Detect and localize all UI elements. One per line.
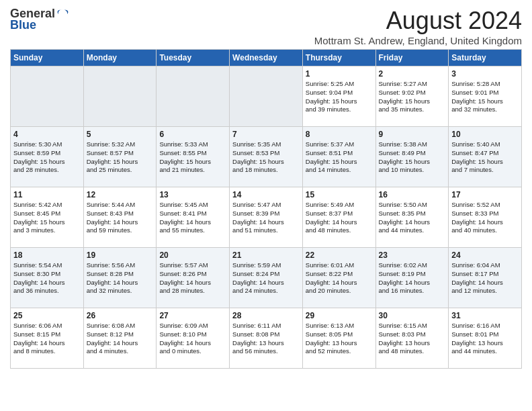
- cell-content: Sunrise: 5:28 AM Sunset: 9:01 PM Dayligh…: [451, 80, 519, 114]
- day-number: 29: [306, 311, 373, 320]
- cell-content: Sunrise: 5:33 AM Sunset: 8:55 PM Dayligh…: [159, 140, 226, 175]
- header-monday: Monday: [83, 50, 157, 66]
- cell-content: Sunrise: 6:04 AM Sunset: 8:17 PM Dayligh…: [451, 261, 519, 295]
- cell-content: Sunrise: 6:15 AM Sunset: 8:03 PM Dayligh…: [379, 322, 446, 356]
- cell-content: Sunrise: 6:08 AM Sunset: 8:12 PM Dayligh…: [87, 322, 154, 356]
- cell-content: Sunrise: 5:30 AM Sunset: 8:59 PM Dayligh…: [13, 140, 81, 175]
- header-row: SundayMondayTuesdayWednesdayThursdayFrid…: [11, 50, 522, 66]
- day-number: 9: [379, 130, 446, 139]
- calendar-cell: 9Sunrise: 5:38 AM Sunset: 8:49 PM Daylig…: [375, 127, 449, 187]
- calendar-cell: 20Sunrise: 5:57 AM Sunset: 8:26 PM Dayli…: [157, 248, 230, 308]
- calendar-cell: [230, 66, 303, 127]
- calendar-cell: 21Sunrise: 5:59 AM Sunset: 8:24 PM Dayli…: [230, 248, 303, 308]
- day-number: 24: [451, 250, 519, 260]
- cell-content: Sunrise: 5:54 AM Sunset: 8:30 PM Dayligh…: [13, 261, 81, 295]
- cell-content: Sunrise: 5:56 AM Sunset: 8:28 PM Dayligh…: [87, 261, 154, 295]
- calendar-table: SundayMondayTuesdayWednesdayThursdayFrid…: [10, 49, 522, 369]
- day-number: 6: [159, 130, 226, 139]
- calendar-cell: [157, 66, 230, 127]
- day-number: 14: [232, 190, 300, 199]
- calendar-cell: 23Sunrise: 6:02 AM Sunset: 8:19 PM Dayli…: [375, 248, 449, 308]
- day-number: 5: [87, 130, 154, 139]
- calendar-cell: 3Sunrise: 5:28 AM Sunset: 9:01 PM Daylig…: [449, 66, 522, 127]
- logo-blue-text: Blue: [10, 18, 36, 32]
- calendar-cell: 10Sunrise: 5:40 AM Sunset: 8:47 PM Dayli…: [449, 127, 522, 187]
- calendar-cell: 17Sunrise: 5:52 AM Sunset: 8:33 PM Dayli…: [449, 187, 522, 248]
- day-number: 23: [379, 250, 446, 260]
- calendar-cell: 15Sunrise: 5:49 AM Sunset: 8:37 PM Dayli…: [302, 187, 375, 248]
- day-number: 15: [306, 190, 373, 199]
- calendar-cell: [83, 66, 157, 127]
- calendar-cell: 16Sunrise: 5:50 AM Sunset: 8:35 PM Dayli…: [375, 187, 449, 248]
- cell-content: Sunrise: 6:09 AM Sunset: 8:10 PM Dayligh…: [159, 322, 226, 356]
- day-number: 18: [13, 250, 81, 260]
- day-number: 7: [232, 130, 300, 139]
- calendar-cell: 31Sunrise: 6:16 AM Sunset: 8:01 PM Dayli…: [449, 308, 522, 369]
- header-tuesday: Tuesday: [157, 50, 230, 66]
- calendar-cell: 4Sunrise: 5:30 AM Sunset: 8:59 PM Daylig…: [11, 127, 84, 187]
- week-row-3: 11Sunrise: 5:42 AM Sunset: 8:45 PM Dayli…: [11, 187, 522, 248]
- cell-content: Sunrise: 5:57 AM Sunset: 8:26 PM Dayligh…: [159, 261, 226, 295]
- day-number: 10: [451, 130, 519, 139]
- cell-content: Sunrise: 5:38 AM Sunset: 8:49 PM Dayligh…: [379, 140, 446, 175]
- calendar-cell: [11, 66, 84, 127]
- calendar-cell: 13Sunrise: 5:45 AM Sunset: 8:41 PM Dayli…: [157, 187, 230, 248]
- header-sunday: Sunday: [11, 50, 84, 66]
- calendar-cell: 7Sunrise: 5:35 AM Sunset: 8:53 PM Daylig…: [230, 127, 303, 187]
- week-row-4: 18Sunrise: 5:54 AM Sunset: 8:30 PM Dayli…: [11, 248, 522, 308]
- day-number: 13: [159, 190, 226, 199]
- day-number: 3: [451, 69, 519, 79]
- cell-content: Sunrise: 5:44 AM Sunset: 8:43 PM Dayligh…: [87, 201, 154, 235]
- title-area: August 2024 Mottram St. Andrew, England,…: [314, 7, 522, 46]
- cell-content: Sunrise: 5:49 AM Sunset: 8:37 PM Dayligh…: [306, 201, 373, 235]
- cell-content: Sunrise: 6:06 AM Sunset: 8:15 PM Dayligh…: [13, 322, 81, 356]
- cell-content: Sunrise: 5:32 AM Sunset: 8:57 PM Dayligh…: [87, 140, 154, 175]
- calendar-cell: 19Sunrise: 5:56 AM Sunset: 8:28 PM Dayli…: [83, 248, 157, 308]
- cell-content: Sunrise: 6:02 AM Sunset: 8:19 PM Dayligh…: [379, 261, 446, 295]
- day-number: 30: [379, 311, 446, 320]
- day-number: 17: [451, 190, 519, 199]
- day-number: 27: [159, 311, 226, 320]
- header-wednesday: Wednesday: [230, 50, 303, 66]
- cell-content: Sunrise: 5:35 AM Sunset: 8:53 PM Dayligh…: [232, 140, 300, 175]
- calendar-cell: 28Sunrise: 6:11 AM Sunset: 8:08 PM Dayli…: [230, 308, 303, 369]
- calendar-cell: 25Sunrise: 6:06 AM Sunset: 8:15 PM Dayli…: [11, 308, 84, 369]
- cell-content: Sunrise: 6:16 AM Sunset: 8:01 PM Dayligh…: [451, 322, 519, 356]
- calendar-cell: 1Sunrise: 5:25 AM Sunset: 9:04 PM Daylig…: [302, 66, 375, 127]
- logo-bird-icon: [56, 8, 69, 20]
- cell-content: Sunrise: 5:25 AM Sunset: 9:04 PM Dayligh…: [306, 80, 373, 114]
- day-number: 19: [87, 250, 154, 260]
- calendar-cell: 18Sunrise: 5:54 AM Sunset: 8:30 PM Dayli…: [11, 248, 84, 308]
- calendar-cell: 14Sunrise: 5:47 AM Sunset: 8:39 PM Dayli…: [230, 187, 303, 248]
- week-row-2: 4Sunrise: 5:30 AM Sunset: 8:59 PM Daylig…: [11, 127, 522, 187]
- header-saturday: Saturday: [449, 50, 522, 66]
- day-number: 1: [306, 69, 373, 79]
- header-thursday: Thursday: [302, 50, 375, 66]
- day-number: 11: [13, 190, 81, 199]
- day-number: 26: [87, 311, 154, 320]
- cell-content: Sunrise: 5:37 AM Sunset: 8:51 PM Dayligh…: [306, 140, 373, 175]
- cell-content: Sunrise: 5:27 AM Sunset: 9:02 PM Dayligh…: [379, 80, 446, 114]
- day-number: 28: [232, 311, 300, 320]
- calendar-cell: 30Sunrise: 6:15 AM Sunset: 8:03 PM Dayli…: [375, 308, 449, 369]
- day-number: 31: [451, 311, 519, 320]
- header-friday: Friday: [375, 50, 449, 66]
- calendar-cell: 27Sunrise: 6:09 AM Sunset: 8:10 PM Dayli…: [157, 308, 230, 369]
- calendar-cell: 8Sunrise: 5:37 AM Sunset: 8:51 PM Daylig…: [302, 127, 375, 187]
- day-number: 8: [306, 130, 373, 139]
- cell-content: Sunrise: 6:11 AM Sunset: 8:08 PM Dayligh…: [232, 322, 300, 356]
- day-number: 22: [306, 250, 373, 260]
- calendar-cell: 22Sunrise: 6:01 AM Sunset: 8:22 PM Dayli…: [302, 248, 375, 308]
- day-number: 2: [379, 69, 446, 79]
- page-header: General Blue August 2024 Mottram St. And…: [10, 7, 522, 46]
- day-number: 21: [232, 250, 300, 260]
- calendar-cell: 24Sunrise: 6:04 AM Sunset: 8:17 PM Dayli…: [449, 248, 522, 308]
- calendar-cell: 5Sunrise: 5:32 AM Sunset: 8:57 PM Daylig…: [83, 127, 157, 187]
- day-number: 12: [87, 190, 154, 199]
- calendar-cell: 29Sunrise: 6:13 AM Sunset: 8:05 PM Dayli…: [302, 308, 375, 369]
- week-row-5: 25Sunrise: 6:06 AM Sunset: 8:15 PM Dayli…: [11, 308, 522, 369]
- cell-content: Sunrise: 6:13 AM Sunset: 8:05 PM Dayligh…: [306, 322, 373, 356]
- calendar-cell: 2Sunrise: 5:27 AM Sunset: 9:02 PM Daylig…: [375, 66, 449, 127]
- cell-content: Sunrise: 5:42 AM Sunset: 8:45 PM Dayligh…: [13, 201, 81, 235]
- day-number: 16: [379, 190, 446, 199]
